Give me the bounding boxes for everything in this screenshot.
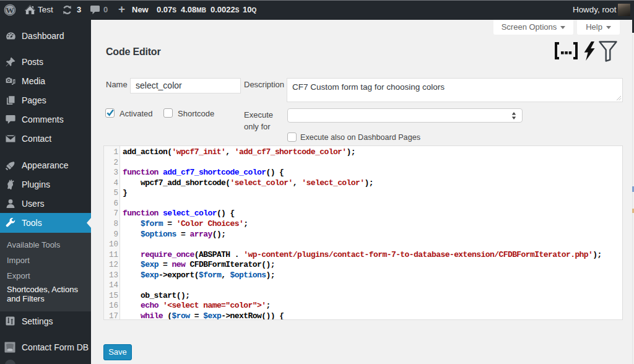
svg-text:W: W <box>6 6 14 15</box>
